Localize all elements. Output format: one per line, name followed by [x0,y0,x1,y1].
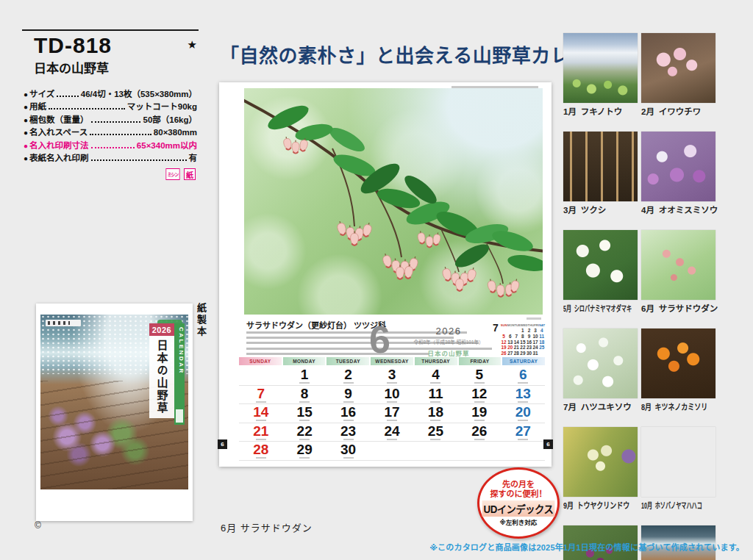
mini-week-row: 567891011 [501,334,545,340]
next-month-mini-calendar: 7 SUNMONTUEWEDTHUFRISAT 1234567891011121… [493,323,544,356]
weekday-header: THURSDAY [415,357,457,365]
star-icon: ★ [188,38,197,51]
date-cell: 11 [414,386,457,404]
date-cell: 7 [239,386,282,404]
spec-row: ●名入れ印刷寸法65×340mm以内 [24,140,197,152]
spec-label: 梱包数（重量） [29,114,89,126]
product-name: 日本の山野草 [22,58,199,76]
date-cell: 24 [370,423,413,442]
spec-label: 表紙名入れ印刷 [29,152,89,164]
mini-date: 12 [501,340,507,345]
thumbnail-month-10: 10月 ホソバノヤマハハコ [641,427,715,511]
date-rokuyo-text [518,382,528,384]
spec-bullet: ● [24,127,28,139]
date-number: 2 [326,367,370,381]
date-rokuyo-text [430,382,440,384]
ud-index-tab-right: 6 [543,439,553,449]
mini-date: 7 [513,334,520,340]
spec-label: サイズ [29,88,54,100]
date-number: 14 [239,405,282,419]
date-cell: 10 [370,386,413,404]
date-rokuyo-text [299,439,310,440]
date-cell: 22 [282,423,326,442]
date-rokuyo-text [343,382,354,384]
thumbnail-month-1: 1月 フキノトウ [563,33,638,117]
date-cell: 15 [282,404,326,423]
feature-badge: ミシン [165,168,179,180]
date-number: 6 [502,367,545,381]
spec-value: 46/4切・13枚（535×380mm） [81,88,197,100]
thumbnail-label: 3月 ツクシ [563,204,638,215]
date-cell [502,442,545,460]
ud-badge-note: ※左利き対応 [500,517,538,526]
mini-date: 30 [526,351,532,356]
date-rokuyo-text [299,401,310,403]
date-number: 22 [282,424,326,438]
date-cell: 4 [414,367,457,385]
date-number: 23 [326,424,370,438]
date-number: 4 [414,367,457,381]
date-number: 28 [239,442,282,456]
weekday-header: MONDAY [283,357,326,365]
date-cell: 2 [326,367,370,385]
date-number: 9 [326,387,370,401]
thumbnail-label: 1月 フキノトウ [563,105,638,117]
year-label: 2026 [409,326,488,337]
thumbnail-label: 6月 サラサドウダン [641,302,715,314]
cover-calendar-strip: CALENDAR [174,323,185,425]
mini-week-row: 12131415161718 [501,340,545,345]
date-cell: 12 [457,386,501,404]
date-rokuyo-text [474,420,485,421]
date-rokuyo-text [430,401,440,403]
product-code-row: TD-818 ★ [22,35,199,57]
mini-week-row: 1234 [501,328,545,334]
date-rokuyo-text [387,382,397,384]
thumbnail-month-7: 7月 ハツユキソウ [563,329,638,412]
date-cell: 14 [239,404,282,423]
date-number: 29 [282,442,326,456]
mini-date: 29 [520,351,527,356]
binding-type-label: 紙製本 [194,303,208,338]
spec-list: ●サイズ46/4切・13枚（535×380mm）●用紙マットコート90kg●梱包… [22,88,199,165]
mini-date [501,328,507,334]
cover-sheet: 2026 日本の山野草 CALENDAR [36,304,193,521]
thumbnail-month-8: 8月 キツネノカミソリ [641,329,715,412]
mini-date [507,328,513,334]
bell-clusters [282,136,521,297]
mini-date: 1 [520,328,527,334]
mini-date: 3 [532,328,539,334]
publisher-logo [46,320,81,326]
thumbnail-label: 10月 ホソバノヤマハハコ [641,499,688,511]
next-month-number: 7 [493,323,499,356]
date-rokuyo-text [518,401,528,403]
mini-date: 9 [526,334,532,340]
thumbnail-month-4: 4月 オオミスミソウ [641,132,715,215]
weekday-header-bar: SUNDAYMONDAYTUESDAYWEDNESDAYTHURSDAYFRID… [239,357,545,365]
date-rokuyo-text [299,420,310,421]
thumbnail-month-5: 5月 シロバナミヤマオダマキ [563,230,638,314]
mini-date: 2 [526,328,532,334]
date-number: 13 [502,387,545,401]
thumbnail-photo [641,132,715,201]
mini-date: 6 [507,334,513,340]
date-number: 7 [239,387,282,401]
thumbnail-label: 9月 トウヤクリンドウ [563,499,621,511]
thumbnail-photo [563,33,638,103]
feature-badges: ミシン紙 [22,168,199,180]
calendar-week-row: 21222324252627 [239,423,545,442]
mini-date: 14 [513,340,520,345]
date-rokuyo-text [387,439,397,440]
date-rokuyo-text [256,439,266,440]
date-cell: 20 [502,404,545,423]
date-rokuyo-text [518,420,528,421]
spec-leader [49,108,125,110]
date-cell: 13 [502,386,545,404]
mini-date: 15 [520,340,527,345]
date-cell: 25 [414,423,457,442]
mini-week-row: 262728293031 [501,351,545,356]
mini-date: 18 [538,340,545,345]
footer-disclaimer: ※このカタログと商品画像は2025年1月1日現在の情報に基づいて作成されています… [429,541,744,553]
spec-value: マットコート90kg [127,101,197,112]
thumbnail-label: 4月 オオミスミソウ [641,204,715,215]
month-caption: 6月 サラサドウダン [221,520,313,534]
